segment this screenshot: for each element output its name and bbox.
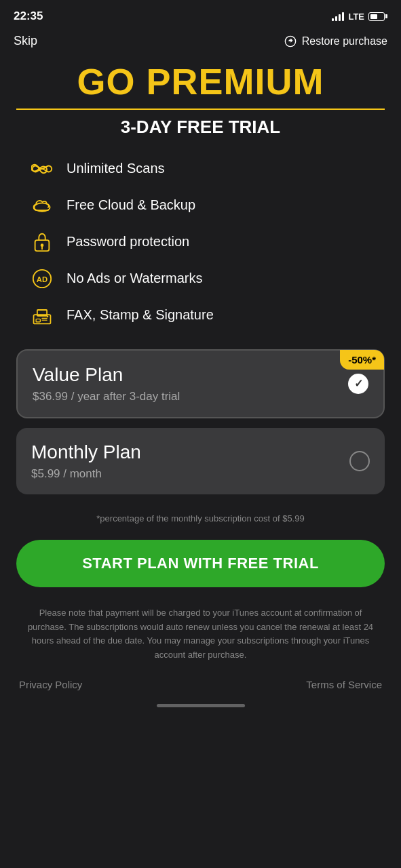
fax-icon xyxy=(30,303,54,328)
feature-unlimited-scans-label: Unlimited Scans xyxy=(66,161,165,176)
value-plan-radio[interactable] xyxy=(348,374,368,394)
svg-rect-9 xyxy=(36,319,40,321)
lock-icon xyxy=(30,230,54,254)
restore-icon xyxy=(284,35,297,47)
features-list: Unlimited Scans Free Cloud & Backup xyxy=(16,157,385,328)
no-ads-icon: AD xyxy=(30,267,54,291)
cloud-icon xyxy=(30,193,54,218)
svg-point-12 xyxy=(47,315,49,317)
signal-bars-icon xyxy=(332,12,344,21)
feature-cloud-backup-label: Free Cloud & Backup xyxy=(66,197,195,213)
infinity-icon xyxy=(30,157,54,181)
value-plan-price: $36.99 / year after 3-day trial xyxy=(33,390,368,403)
feature-cloud-backup: Free Cloud & Backup xyxy=(30,193,371,218)
terms-of-service-button[interactable]: Terms of Service xyxy=(306,679,382,690)
discount-badge: -50%* xyxy=(340,350,384,370)
svg-point-0 xyxy=(285,36,295,46)
value-plan-card[interactable]: -50%* Value Plan $36.99 / year after 3-d… xyxy=(16,349,385,418)
legal-text: Please note that payment will be charged… xyxy=(16,606,385,663)
lte-label: LTE xyxy=(348,12,364,22)
monthly-plan-card[interactable]: Monthly Plan $5.99 / month xyxy=(16,428,385,494)
feature-fax-label: FAX, Stamp & Signature xyxy=(66,307,214,323)
feature-no-ads: AD No Ads or Watermarks xyxy=(30,267,371,291)
feature-fax: FAX, Stamp & Signature xyxy=(30,303,371,328)
feature-password-label: Password protection xyxy=(66,234,189,250)
privacy-policy-button[interactable]: Privacy Policy xyxy=(19,679,82,690)
title-divider xyxy=(16,108,385,110)
monthly-plan-name: Monthly Plan xyxy=(31,441,370,463)
nav-bar: Skip Restore purchase xyxy=(0,30,401,56)
monthly-plan-price: $5.99 / month xyxy=(31,467,370,481)
monthly-plan-radio[interactable] xyxy=(349,451,370,471)
restore-purchase-button[interactable]: Restore purchase xyxy=(284,35,387,47)
battery-icon xyxy=(368,12,387,21)
plans-section: -50%* Value Plan $36.99 / year after 3-d… xyxy=(16,349,385,504)
trial-text: 3-DAY FREE TRIAL xyxy=(121,117,281,138)
feature-no-ads-label: No Ads or Watermarks xyxy=(66,271,202,286)
status-bar: 22:35 LTE xyxy=(0,0,401,30)
value-plan-name: Value Plan xyxy=(33,364,368,386)
restore-label: Restore purchase xyxy=(302,35,387,47)
home-indicator xyxy=(157,704,245,707)
status-time: 22:35 xyxy=(14,9,43,23)
status-icons: LTE xyxy=(332,12,387,22)
bottom-links: Privacy Policy Terms of Service xyxy=(16,679,385,690)
feature-unlimited-scans: Unlimited Scans xyxy=(30,157,371,181)
svg-text:AD: AD xyxy=(37,275,47,283)
premium-title: GO PREMIUM xyxy=(77,62,324,102)
skip-button[interactable]: Skip xyxy=(14,34,37,48)
start-plan-button[interactable]: START PLAN WITH FREE TRIAL xyxy=(16,540,385,587)
feature-password: Password protection xyxy=(30,230,371,254)
main-content: GO PREMIUM 3-DAY FREE TRIAL Unlimited Sc… xyxy=(0,56,401,704)
footnote: *percentage of the monthly subscription … xyxy=(90,513,311,524)
